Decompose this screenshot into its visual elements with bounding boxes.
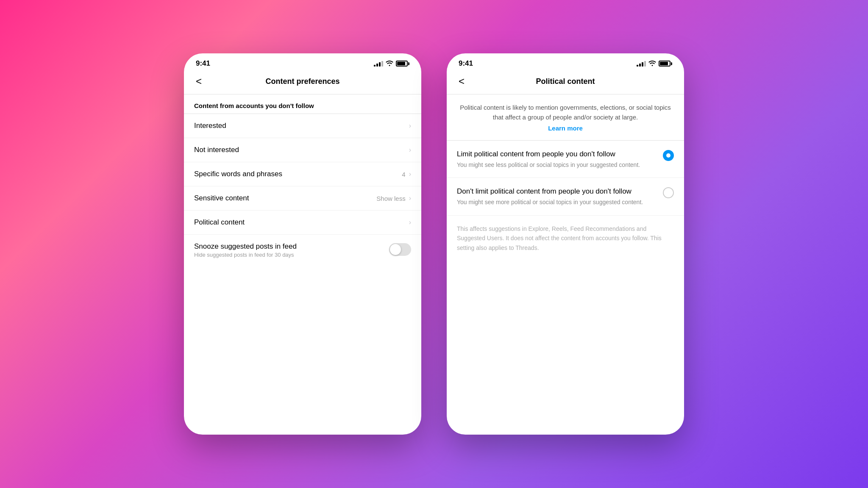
radio-circle-no-limit[interactable] xyxy=(663,187,674,198)
menu-item-political-right: › xyxy=(409,219,411,226)
back-button-2[interactable]: < xyxy=(455,74,468,89)
radio-option-limit-content: Limit political content from people you … xyxy=(457,149,656,169)
snooze-toggle-knob xyxy=(390,244,401,255)
snooze-toggle-switch[interactable] xyxy=(389,243,411,256)
status-icons-1 xyxy=(374,60,409,67)
sensitive-content-badge: Show less xyxy=(376,195,405,202)
wifi-icon-1 xyxy=(386,60,393,67)
snooze-toggle-section: Snooze suggested posts in feed Hide sugg… xyxy=(184,235,421,266)
page-title-1: Content preferences xyxy=(265,77,339,86)
nav-bar-1: < Content preferences xyxy=(184,70,421,94)
signal-icon-1 xyxy=(374,61,383,67)
chevron-political: › xyxy=(409,219,411,226)
menu-item-interested-label: Interested xyxy=(194,122,226,130)
battery-icon-2 xyxy=(659,61,672,67)
political-description: Political content is likely to mention g… xyxy=(447,94,684,125)
phone-political-content: 9:41 < xyxy=(447,53,684,435)
chevron-interested: › xyxy=(409,122,411,130)
snooze-title: Snooze suggested posts in feed xyxy=(194,242,382,251)
section-header-1: Content from accounts you don't follow xyxy=(184,94,421,114)
specific-words-badge: 4 xyxy=(402,171,405,178)
radio-circle-limit[interactable] xyxy=(663,150,674,161)
menu-item-not-interested-label: Not interested xyxy=(194,146,239,154)
snooze-subtitle: Hide suggested posts in feed for 30 days xyxy=(194,252,382,258)
learn-more-link[interactable]: Learn more xyxy=(447,125,684,140)
menu-item-political-label: Political content xyxy=(194,218,245,227)
menu-item-interested[interactable]: Interested › xyxy=(184,114,421,138)
screen-content-1: Content from accounts you don't follow I… xyxy=(184,94,421,435)
menu-item-sensitive-right: Show less › xyxy=(376,194,411,202)
menu-item-specific-words-label: Specific words and phrases xyxy=(194,170,282,178)
radio-option-no-limit-title: Don't limit political content from peopl… xyxy=(457,186,656,197)
menu-item-sensitive-content[interactable]: Sensitive content Show less › xyxy=(184,186,421,211)
radio-option-no-limit-content: Don't limit political content from peopl… xyxy=(457,186,656,206)
status-time-1: 9:41 xyxy=(196,59,210,68)
chevron-specific-words: › xyxy=(409,170,411,178)
snooze-toggle-text: Snooze suggested posts in feed Hide sugg… xyxy=(194,242,382,258)
status-icons-2 xyxy=(637,60,672,67)
status-bar-1: 9:41 xyxy=(184,53,421,70)
affects-text: This affects suggestions in Explore, Ree… xyxy=(447,216,684,261)
chevron-sensitive: › xyxy=(409,194,411,202)
phone-content-preferences: 9:41 < xyxy=(184,53,421,435)
radio-option-limit-title: Limit political content from people you … xyxy=(457,149,656,159)
menu-item-specific-words[interactable]: Specific words and phrases 4 › xyxy=(184,162,421,186)
screen-content-2: Political content is likely to mention g… xyxy=(447,94,684,435)
radio-option-limit-subtitle: You might see less political or social t… xyxy=(457,161,656,169)
menu-item-not-interested-right: › xyxy=(409,146,411,154)
status-time-2: 9:41 xyxy=(459,59,473,68)
menu-item-sensitive-label: Sensitive content xyxy=(194,194,249,202)
back-button-1[interactable]: < xyxy=(192,74,205,89)
wifi-icon-2 xyxy=(648,60,656,67)
page-title-2: Political content xyxy=(536,77,595,86)
radio-option-no-limit-subtitle: You might see more political or social t… xyxy=(457,198,656,207)
status-bar-2: 9:41 xyxy=(447,53,684,70)
menu-item-not-interested[interactable]: Not interested › xyxy=(184,138,421,162)
signal-icon-2 xyxy=(637,61,646,67)
menu-item-interested-right: › xyxy=(409,122,411,130)
snooze-toggle-row: Snooze suggested posts in feed Hide sugg… xyxy=(194,242,411,258)
radio-option-limit[interactable]: Limit political content from people you … xyxy=(447,141,684,178)
chevron-not-interested: › xyxy=(409,146,411,154)
radio-option-no-limit[interactable]: Don't limit political content from peopl… xyxy=(447,178,684,215)
nav-bar-2: < Political content xyxy=(447,70,684,94)
menu-item-political-content[interactable]: Political content › xyxy=(184,211,421,235)
menu-item-specific-words-right: 4 › xyxy=(402,170,411,178)
battery-icon-1 xyxy=(396,61,409,67)
